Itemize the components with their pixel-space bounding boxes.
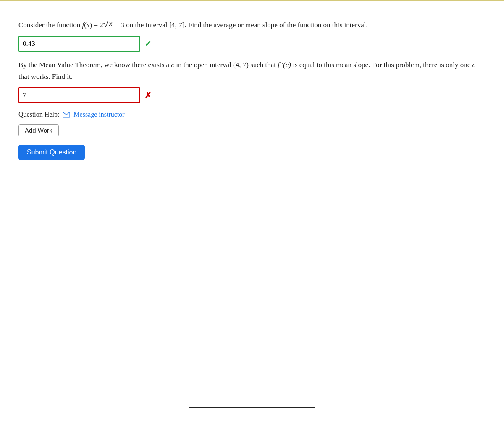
submit-button-container: Submit Question <box>18 145 486 173</box>
answer2-row: ✗ <box>18 87 486 103</box>
q2-text-part4: that works. Find it. <box>18 73 73 81</box>
incorrect-icon: ✗ <box>144 90 152 100</box>
q1-text-part2: on the interval [4, 7]. Find the average… <box>124 21 368 29</box>
q2-c-var2: c <box>472 61 475 69</box>
add-work-button[interactable]: Add Work <box>18 124 59 136</box>
add-work-button-container: Add Work <box>18 124 486 145</box>
q2-text-part1: By the Mean Value Theorem, we know there… <box>18 61 171 69</box>
bottom-bar <box>189 407 315 408</box>
answer1-input[interactable] <box>18 36 140 52</box>
q2-fprime: f ′(c) <box>278 61 291 69</box>
q2-text-part3: is equal to this mean slope. For this pr… <box>291 61 472 69</box>
question2-text: By the Mean Value Theorem, we know there… <box>18 59 486 82</box>
q2-c-var1: c <box>171 61 174 69</box>
q1-function: f(x) = 2√x + 3 <box>82 21 124 29</box>
question1-text: Consider the function f(x) = 2√x + 3 on … <box>18 17 486 31</box>
message-instructor-link[interactable]: Message instructor <box>74 111 124 118</box>
top-border <box>0 0 504 1</box>
answer2-input[interactable] <box>18 87 140 103</box>
question-help-label: Question Help: <box>18 111 59 118</box>
mail-icon <box>63 112 70 118</box>
answer1-row: ✓ <box>18 36 486 52</box>
submit-question-button[interactable]: Submit Question <box>18 145 85 160</box>
q2-text-part2: in the open interval (4, 7) such that <box>174 61 278 69</box>
question-help-row: Question Help: Message instructor <box>18 111 486 118</box>
correct-icon: ✓ <box>144 39 152 49</box>
q1-text-part1: Consider the function <box>18 21 82 29</box>
